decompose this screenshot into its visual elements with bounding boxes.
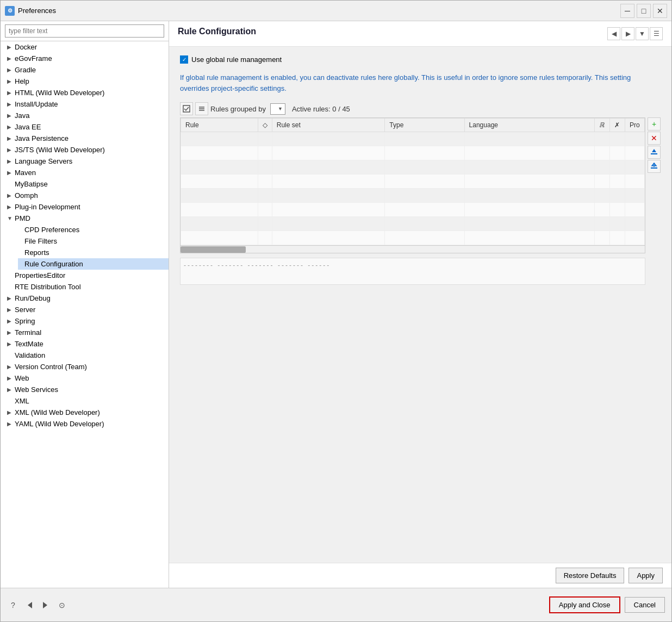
maximize-button[interactable]: □: [637, 4, 651, 18]
sidebar-item-java-persistence[interactable]: ▶ Java Persistence: [1, 133, 169, 144]
search-input[interactable]: [5, 24, 164, 38]
sidebar-item-server[interactable]: ▶ Server: [1, 304, 169, 315]
dropdown-button[interactable]: ▼: [636, 27, 649, 40]
svg-marker-10: [43, 602, 47, 608]
rule-table-section: Rule ◇ Rule set Type Language ℝ ✗ Pro: [180, 117, 645, 285]
table-row: [181, 175, 645, 189]
app-icon: ⚙: [5, 6, 15, 16]
bottom-bar: ? ⊙ Apply and Close Cancel: [1, 588, 671, 621]
expand-arrow: ▼: [7, 215, 15, 221]
add-icon: +: [652, 120, 656, 128]
expand-arrow: ▶: [7, 295, 15, 301]
th-pro[interactable]: Pro: [625, 119, 645, 132]
sidebar-item-java[interactable]: ▶ Java: [1, 110, 169, 121]
th-r[interactable]: ℝ: [595, 119, 610, 132]
list-view-button[interactable]: [195, 102, 208, 115]
tree-container[interactable]: ▶ Docker ▶ eGovFrame ▶ Gradle ▶ Help ▶: [1, 41, 169, 588]
settings-icon[interactable]: ⊙: [56, 599, 68, 611]
back-button[interactable]: ◀: [607, 27, 620, 40]
sidebar-item-validation[interactable]: ▶ Validation: [1, 350, 169, 361]
sidebar-item-web[interactable]: ▶ Web: [1, 372, 169, 384]
th-diamond[interactable]: ◇: [258, 119, 272, 132]
expand-arrow: ▶: [7, 409, 15, 415]
sidebar-item-version-control[interactable]: ▶ Version Control (Team): [1, 361, 169, 372]
restore-defaults-button[interactable]: Restore Defaults: [556, 568, 625, 583]
th-ruleset[interactable]: Rule set: [272, 119, 385, 132]
horizontal-scrollbar[interactable]: [181, 245, 645, 253]
check-all-icon: [183, 105, 190, 113]
sidebar-item-docker[interactable]: ▶ Docker: [1, 41, 169, 53]
remove-icon: ✕: [651, 134, 657, 142]
global-rule-checkbox-row: ✓ Use global rule management: [180, 55, 661, 64]
back-nav-icon[interactable]: [23, 599, 35, 611]
info-text: If global rule management is enabled, yo…: [180, 72, 661, 94]
more-button[interactable]: ☰: [650, 27, 663, 40]
import-icon: [650, 148, 658, 157]
sidebar-item-java-ee[interactable]: ▶ Java EE: [1, 121, 169, 133]
sidebar-item-gradle[interactable]: ▶ Gradle: [1, 64, 169, 76]
sidebar-item-plugin-dev[interactable]: ▶ Plug-in Development: [1, 201, 169, 213]
minimize-button[interactable]: ─: [620, 4, 634, 18]
sidebar-item-pmd[interactable]: ▼ PMD: [1, 213, 169, 224]
table-row: [181, 231, 645, 245]
sidebar-item-web-services[interactable]: ▶ Web Services: [1, 384, 169, 395]
scrollbar-thumb: [181, 246, 246, 253]
bottom-right-buttons: Apply and Close Cancel: [549, 596, 665, 613]
apply-button[interactable]: Apply: [629, 568, 663, 583]
import-button[interactable]: [648, 146, 661, 159]
check-all-button[interactable]: [180, 102, 193, 115]
content-wrapper: Rule Configuration ◀ ▶ ▼ ☰ ✓ Use global …: [169, 21, 671, 588]
table-row: [181, 189, 645, 203]
remove-rule-button[interactable]: ✕: [648, 132, 661, 145]
cancel-button[interactable]: Cancel: [625, 597, 665, 613]
sidebar-item-run-debug[interactable]: ▶ Run/Debug: [1, 293, 169, 304]
sidebar-item-egovframe[interactable]: ▶ eGovFrame: [1, 53, 169, 64]
sidebar-item-reports[interactable]: Reports: [18, 247, 169, 258]
expand-arrow: ▶: [7, 78, 15, 84]
header-nav-buttons: ◀ ▶ ▼ ☰: [607, 27, 663, 40]
forward-button[interactable]: ▶: [621, 27, 634, 40]
sidebar-item-maven[interactable]: ▶ Maven: [1, 167, 169, 178]
sidebar-item-install[interactable]: ▶ Install/Update: [1, 98, 169, 110]
sidebar: ▶ Docker ▶ eGovFrame ▶ Gradle ▶ Help ▶: [1, 21, 169, 588]
toolbar-row: Rules grouped by Active rules: 0 / 45: [180, 102, 661, 115]
expand-arrow: ▶: [7, 90, 15, 96]
sidebar-item-spring[interactable]: ▶ Spring: [1, 315, 169, 327]
add-rule-button[interactable]: +: [648, 117, 661, 130]
th-x[interactable]: ✗: [610, 119, 625, 132]
help-icon[interactable]: ?: [7, 599, 19, 611]
sidebar-item-file-filters[interactable]: File Filters: [18, 235, 169, 247]
th-type[interactable]: Type: [385, 119, 464, 132]
bottom-left-icons: ? ⊙: [7, 599, 68, 611]
export-button[interactable]: [648, 160, 661, 173]
close-button[interactable]: ✕: [653, 4, 667, 18]
sidebar-item-cpd[interactable]: CPD Preferences: [18, 224, 169, 235]
sidebar-item-html[interactable]: ▶ HTML (Wild Web Developer): [1, 87, 169, 98]
expand-arrow: ▶: [7, 318, 15, 324]
sidebar-item-xml-wild[interactable]: ▶ XML (Wild Web Developer): [1, 407, 169, 418]
expand-arrow: ▶: [7, 387, 15, 393]
expand-arrow: ▶: [7, 421, 15, 427]
th-rule[interactable]: Rule: [181, 119, 258, 132]
expand-arrow: ▶: [7, 329, 15, 335]
forward-nav-icon[interactable]: [40, 599, 52, 611]
th-language[interactable]: Language: [464, 119, 594, 132]
sidebar-item-jsts[interactable]: ▶ JS/TS (Wild Web Developer): [1, 144, 169, 156]
sidebar-item-oomph[interactable]: ▶ Oomph: [1, 190, 169, 201]
sidebar-item-help[interactable]: ▶ Help: [1, 76, 169, 87]
sidebar-item-textmate[interactable]: ▶ TextMate: [1, 338, 169, 350]
sidebar-item-language-servers[interactable]: ▶ Language Servers: [1, 156, 169, 167]
sidebar-item-mybatipse[interactable]: ▶ MyBatipse: [1, 178, 169, 190]
rule-table-container[interactable]: Rule ◇ Rule set Type Language ℝ ✗ Pro: [180, 117, 645, 253]
group-by-select[interactable]: [270, 103, 285, 115]
sidebar-item-xml[interactable]: ▶ XML: [1, 395, 169, 407]
sidebar-item-rule-config[interactable]: Rule Configuration: [18, 258, 169, 270]
sidebar-item-rte[interactable]: ▶ RTE Distribution Tool: [1, 281, 169, 293]
sidebar-item-terminal[interactable]: ▶ Terminal: [1, 327, 169, 338]
global-rule-checkbox[interactable]: ✓: [180, 55, 188, 64]
svg-marker-5: [652, 149, 656, 152]
list-icon: [198, 105, 206, 113]
sidebar-item-yaml[interactable]: ▶ YAML (Wild Web Developer): [1, 418, 169, 430]
sidebar-item-properties-editor[interactable]: ▶ PropertiesEditor: [1, 270, 169, 281]
apply-and-close-button[interactable]: Apply and Close: [549, 596, 620, 613]
